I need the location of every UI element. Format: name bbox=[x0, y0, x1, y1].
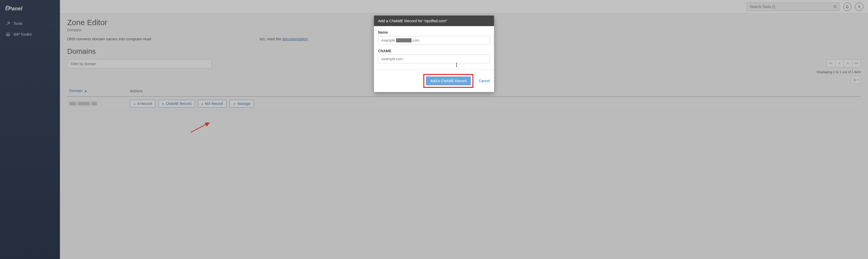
add-cname-modal: Add a CNAME Record for “opolfed.com” Nam… bbox=[374, 16, 494, 92]
btn-label: Manage bbox=[238, 102, 251, 106]
add-cname-submit-button[interactable]: Add A CNAME Record bbox=[426, 77, 471, 85]
sidebar-item-wp-toolkit[interactable]: WP Toolkit bbox=[0, 29, 60, 40]
topbar bbox=[60, 0, 868, 13]
redacted-text bbox=[69, 102, 76, 106]
svg-point-4 bbox=[854, 79, 855, 80]
modal-title: Add a CNAME Record for “opolfed.com” bbox=[374, 16, 494, 26]
redacted-text bbox=[91, 102, 97, 106]
svg-point-3 bbox=[859, 6, 860, 7]
add-cname-record-button[interactable]: + CNAME Record bbox=[158, 100, 194, 108]
redacted-text bbox=[78, 102, 90, 106]
btn-label: CNAME Record bbox=[165, 102, 191, 106]
wrench-icon bbox=[233, 102, 236, 105]
annotation-highlight: Add A CNAME Record bbox=[424, 74, 473, 88]
search-wrap bbox=[747, 3, 840, 11]
table-settings-button[interactable] bbox=[851, 76, 861, 84]
column-header-domain[interactable]: Domain ▴ bbox=[69, 88, 87, 93]
desc-end: . bbox=[308, 37, 309, 41]
sidebar-item-label: WP Toolkit bbox=[13, 32, 32, 36]
bell-icon bbox=[845, 5, 849, 9]
display-info: Displaying 1 to 1 out of 1 item bbox=[816, 70, 861, 74]
btn-label: MX Record bbox=[205, 102, 223, 106]
search-input[interactable] bbox=[747, 3, 840, 11]
modal-footer: Add A CNAME Record Cancel bbox=[374, 69, 494, 92]
sidebar-item-tools[interactable]: Tools bbox=[0, 18, 60, 29]
user-icon bbox=[857, 5, 861, 9]
search-button[interactable] bbox=[831, 3, 840, 11]
cname-input[interactable] bbox=[378, 55, 490, 63]
pager-last[interactable]: >> bbox=[852, 59, 861, 67]
plus-icon: + bbox=[133, 102, 135, 106]
svg-line-5 bbox=[191, 122, 210, 132]
pager-column: << < > >> Displaying 1 to 1 out of 1 ite… bbox=[816, 59, 861, 74]
name-input[interactable] bbox=[378, 36, 490, 45]
domain-cell bbox=[69, 102, 126, 106]
column-header-actions: Actions bbox=[128, 85, 861, 96]
text-cursor-icon bbox=[456, 62, 458, 68]
tools-icon bbox=[6, 21, 10, 26]
add-mx-record-button[interactable]: + MX Record bbox=[198, 100, 226, 108]
gear-icon bbox=[853, 78, 857, 82]
name-field-label: Name bbox=[378, 30, 490, 34]
col-domain-label: Domain bbox=[69, 88, 83, 93]
notifications-button[interactable] bbox=[843, 3, 851, 11]
svg-point-2 bbox=[834, 5, 836, 7]
sort-asc-icon: ▴ bbox=[85, 88, 87, 93]
desc-prefix: DNS converts domain names into computer-… bbox=[67, 37, 151, 41]
chevron-down-icon bbox=[857, 79, 859, 81]
wordpress-icon bbox=[6, 32, 10, 37]
modal-body: Name CNAME bbox=[374, 26, 494, 69]
plus-icon: + bbox=[162, 102, 164, 106]
plus-icon: + bbox=[201, 102, 204, 106]
pager-next[interactable]: > bbox=[843, 59, 852, 67]
sidebar-item-label: Tools bbox=[13, 21, 23, 26]
search-icon bbox=[833, 5, 837, 9]
actions-cell: + A Record + CNAME Record + MX Record bbox=[130, 100, 859, 108]
cancel-link[interactable]: Cancel bbox=[479, 79, 490, 83]
documentation-link[interactable]: documentation bbox=[282, 37, 308, 41]
brand-logo: cPanel bbox=[0, 3, 60, 18]
add-a-record-button[interactable]: + A Record bbox=[130, 100, 155, 108]
manage-button[interactable]: Manage bbox=[230, 100, 254, 108]
cname-field-label: CNAME bbox=[378, 49, 490, 53]
pager-prev[interactable]: < bbox=[835, 59, 844, 67]
pager-first[interactable]: << bbox=[827, 59, 835, 67]
filter-input[interactable] bbox=[67, 59, 212, 68]
btn-label: A Record bbox=[137, 102, 152, 106]
account-button[interactable] bbox=[855, 3, 863, 11]
table-row: + A Record + CNAME Record + MX Record bbox=[67, 96, 861, 111]
sidebar: cPanel Tools WP Toolkit bbox=[0, 0, 60, 259]
pager: << < > >> bbox=[827, 59, 861, 67]
desc-suffix: ion, read the bbox=[259, 37, 282, 41]
annotation-arrow bbox=[190, 121, 213, 134]
